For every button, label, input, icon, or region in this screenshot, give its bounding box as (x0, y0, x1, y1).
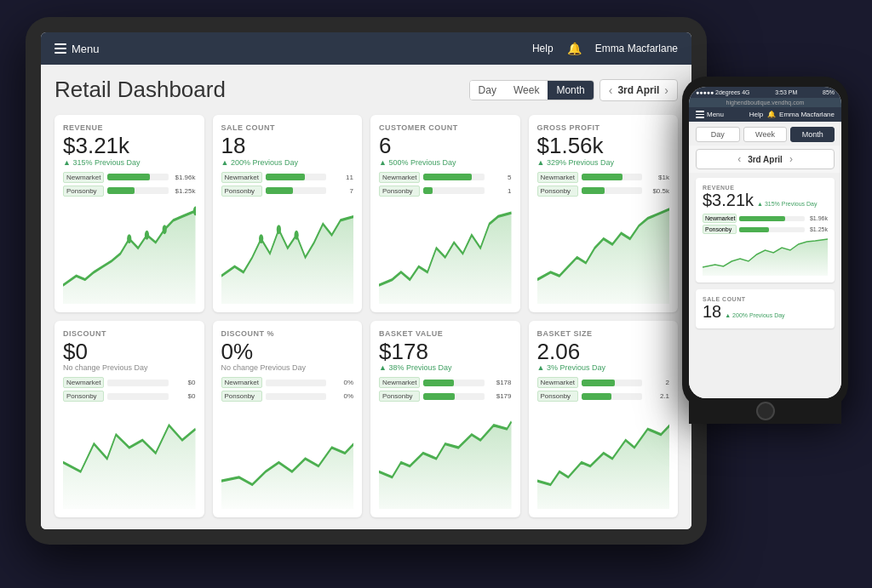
help-link[interactable]: Help (532, 43, 554, 54)
phone-period-day[interactable]: Day (696, 127, 740, 142)
prev-date-button[interactable]: ‹ (607, 83, 615, 97)
bar-track (266, 380, 327, 386)
menu-button[interactable]: Menu (54, 43, 100, 55)
bar-fill (266, 174, 305, 180)
next-date-button[interactable]: › (663, 83, 670, 97)
bar-fill (107, 174, 150, 180)
phone-revenue-value: $3.21k (703, 191, 754, 210)
phone-status-bar: ●●●●● 2degrees 4G 3:53 PM 85% (689, 87, 841, 98)
gross-profit-chart (537, 202, 670, 304)
discount-pct-card: DISCOUNT % 0% No change Previous Day New… (213, 321, 363, 518)
phone-bar-row: Ponsonby $1.25k (703, 225, 828, 234)
phone-sale-count-label: SALE COUNT (703, 296, 828, 302)
phone-home-area (689, 398, 841, 424)
bar-track (582, 380, 643, 386)
bar-row: Ponsonby 1 (379, 186, 512, 197)
bar-label: Newmarket (221, 377, 262, 388)
bar-value: 2.1 (645, 392, 669, 400)
bar-value: $179 (488, 392, 512, 400)
bar-row: Ponsonby 2.1 (537, 391, 670, 402)
bar-track (107, 187, 169, 194)
phone-period-week[interactable]: Week (743, 127, 788, 142)
bar-value: 11 (330, 174, 353, 181)
bell-icon[interactable]: 🔔 (567, 42, 582, 55)
basket-size-label: BASKET SIZE (537, 329, 670, 338)
bar-track (582, 393, 643, 400)
bar-label: Ponsonby (537, 186, 578, 197)
customer-count-card: CUSTOMER COUNT 6 ▲ 500% Previous Day New… (370, 115, 520, 312)
bar-value: $1k (645, 174, 669, 181)
period-selector: Day Week Month ‹ 3rd April › (469, 79, 678, 101)
bar-value: 7 (330, 187, 353, 195)
period-day-button[interactable]: Day (470, 81, 505, 100)
phone-carrier: ●●●●● 2degrees 4G (696, 89, 750, 95)
bar-label: Newmarket (537, 172, 578, 183)
bar-fill (582, 393, 612, 400)
bar-row: Ponsonby $179 (379, 391, 512, 402)
bar-track (107, 174, 169, 180)
phone-next-date[interactable]: › (789, 153, 793, 165)
bar-row: Ponsonby $0.5k (537, 186, 670, 197)
bar-value: $1.25k (172, 187, 196, 195)
top-nav: Menu Help 🔔 Emma Macfarlane (41, 32, 691, 65)
revenue-card: REVENUE $3.21k ▲ 315% Previous Day Newma… (54, 115, 204, 312)
basket-value-bars: Newmarket $178 Ponsonby $179 (379, 377, 512, 402)
phone-menu-button[interactable]: Menu (696, 111, 724, 118)
discount-pct-bars: Newmarket 0% Ponsonby 0% (221, 377, 354, 402)
phone: ●●●●● 2degrees 4G 3:53 PM 85% highendbou… (682, 77, 848, 408)
gross-profit-change: ▲ 329% Previous Day (537, 158, 670, 167)
basket-size-chart (537, 407, 670, 509)
svg-point-6 (294, 230, 298, 239)
phone-revenue-row: $3.21k ▲ 315% Previous Day (703, 191, 828, 210)
bar-label: Ponsonby (221, 186, 262, 197)
tablet-screen: Menu Help 🔔 Emma Macfarlane Retail Dashb… (41, 32, 691, 529)
phone-sale-count-value: 18 (703, 302, 721, 322)
period-month-button[interactable]: Month (548, 81, 593, 100)
period-week-button[interactable]: Week (505, 81, 548, 100)
bar-row: Ponsonby $1.25k (63, 186, 196, 197)
discount-pct-chart (221, 407, 354, 509)
phone-prev-date[interactable]: ‹ (737, 153, 741, 165)
phone-period-month[interactable]: Month (790, 127, 835, 142)
discount-pct-value: 0% (221, 340, 354, 364)
phone-hamburger-icon (696, 111, 704, 118)
basket-size-bars: Newmarket 2 Ponsonby 2.1 (537, 377, 670, 402)
phone-menu-label: Menu (707, 111, 724, 118)
home-button[interactable] (756, 402, 775, 420)
phone-screen: ●●●●● 2degrees 4G 3:53 PM 85% highendbou… (689, 87, 841, 398)
bar-track (266, 187, 327, 194)
bar-row: Newmarket $0 (63, 377, 196, 388)
bar-label: Ponsonby (537, 391, 578, 402)
bar-value: 1 (488, 187, 512, 195)
gross-profit-card: GROSS PROFIT $1.56k ▲ 329% Previous Day … (529, 115, 679, 312)
bar-label: Ponsonby (63, 391, 104, 402)
bar-row: Newmarket 11 (221, 172, 354, 183)
svg-point-4 (259, 234, 263, 243)
phone-url: highendboutique.vendhq.com (726, 100, 805, 106)
svg-point-2 (163, 225, 167, 234)
sale-count-change: ▲ 200% Previous Day (221, 158, 354, 167)
phone-revenue-card: REVENUE $3.21k ▲ 315% Previous Day Newma… (696, 178, 835, 283)
basket-value-card: BASKET VALUE $178 ▲ 38% Previous Day New… (370, 321, 520, 518)
sale-count-card: SALE COUNT 18 ▲ 200% Previous Day Newmar… (213, 115, 363, 312)
dashboard-header: Retail Dashboard Day Week Month ‹ 3rd Ap… (54, 77, 678, 103)
discount-value: $0 (63, 340, 196, 364)
sale-count-label: SALE COUNT (221, 123, 354, 132)
bar-track (266, 174, 327, 180)
sale-count-value: 18 (221, 134, 354, 158)
customer-count-change: ▲ 500% Previous Day (379, 158, 512, 167)
basket-value-value: $178 (379, 340, 512, 364)
phone-help-link[interactable]: Help (749, 111, 763, 118)
cards-grid: REVENUE $3.21k ▲ 315% Previous Day Newma… (54, 115, 678, 517)
discount-card: DISCOUNT $0 No change Previous Day Newma… (54, 321, 204, 518)
phone-content: REVENUE $3.21k ▲ 315% Previous Day Newma… (689, 173, 841, 398)
phone-nav: Menu Help 🔔 Emma Macfarlane (689, 107, 841, 122)
bar-value: 0% (330, 379, 353, 386)
gross-profit-value: $1.56k (537, 134, 670, 158)
revenue-value: $3.21k (63, 134, 196, 158)
bar-label: Newmarket (379, 377, 420, 388)
phone-sale-count-change: ▲ 200% Previous Day (725, 312, 784, 318)
bar-track (582, 174, 643, 180)
dashboard-content: Retail Dashboard Day Week Month ‹ 3rd Ap… (41, 65, 691, 529)
bar-label: Newmarket (221, 172, 262, 183)
